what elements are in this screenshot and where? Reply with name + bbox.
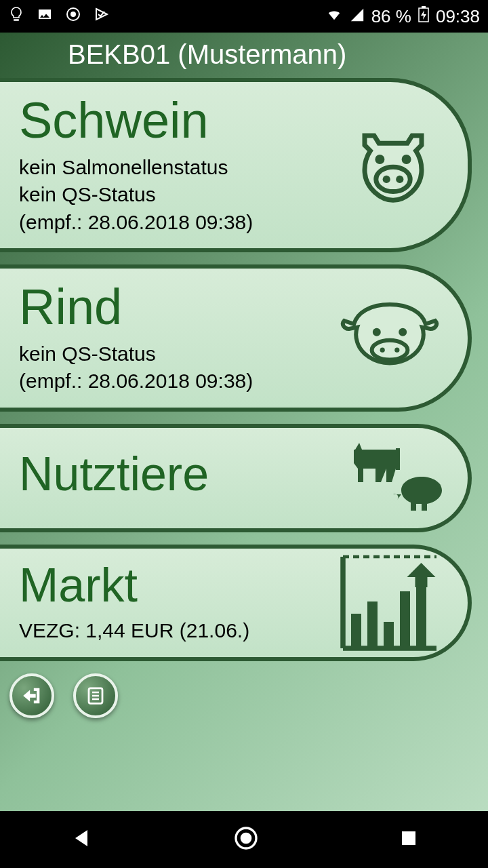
card-title: Nutztiere — [19, 450, 359, 500]
clock-text: 09:38 — [436, 6, 480, 27]
cow-icon — [339, 296, 441, 380]
svg-point-4 — [375, 155, 384, 164]
svg-rect-3 — [422, 6, 426, 8]
svg-point-10 — [399, 328, 407, 336]
svg-rect-19 — [367, 601, 378, 648]
app-main: BEKB01 (Mustermann) mais Schwein kein Sa… — [0, 33, 488, 811]
pig-icon — [346, 117, 441, 214]
svg-point-13 — [394, 347, 399, 352]
svg-point-15 — [435, 484, 441, 489]
status-bar: 86 % 09:38 — [0, 0, 488, 33]
svg-point-9 — [373, 328, 381, 336]
svg-point-1 — [70, 12, 76, 17]
card-line: (empf.: 28.06.2018 09:38) — [19, 368, 359, 395]
nav-back-icon[interactable] — [69, 826, 94, 853]
check-play-icon — [94, 6, 110, 27]
target-icon — [65, 6, 81, 27]
signal-icon — [350, 6, 365, 27]
card-rind[interactable]: Rind kein QS-Status (empf.: 28.06.2018 0… — [0, 264, 472, 412]
svg-point-5 — [402, 155, 411, 164]
card-line: (empf.: 28.06.2018 09:38) — [19, 209, 359, 237]
card-title: Schwein — [19, 94, 359, 147]
svg-rect-14 — [396, 448, 400, 470]
card-title: Markt — [19, 561, 359, 611]
svg-rect-20 — [384, 622, 394, 648]
card-line: kein QS-Status — [19, 340, 359, 368]
svg-rect-18 — [351, 614, 361, 648]
svg-rect-29 — [402, 831, 415, 845]
card-schwein[interactable]: Schwein kein Salmonellenstatus kein QS-S… — [0, 78, 472, 252]
page-title: BEKB01 (Mustermann) — [0, 33, 488, 74]
svg-point-8 — [396, 175, 403, 182]
svg-rect-21 — [400, 591, 410, 648]
card-markt[interactable]: Markt VEZG: 1,44 EUR (21.06.) — [0, 545, 472, 661]
livestock-icon — [340, 429, 449, 527]
card-line: kein QS-Status — [19, 181, 359, 209]
chart-up-icon — [339, 551, 441, 655]
battery-charging-icon — [418, 6, 429, 27]
android-navbar — [0, 811, 488, 868]
nav-recent-icon[interactable] — [399, 828, 419, 851]
card-title: Rind — [19, 281, 359, 334]
image-icon — [37, 6, 53, 27]
svg-point-7 — [383, 175, 390, 182]
card-line: kein Salmonellenstatus — [19, 154, 359, 182]
bulb-icon — [8, 6, 24, 27]
svg-rect-22 — [416, 579, 426, 648]
list-button[interactable] — [73, 673, 118, 718]
svg-point-28 — [241, 833, 252, 844]
battery-text: 86 % — [371, 6, 411, 27]
card-line: VEZG: 1,44 EUR (21.06.) — [19, 617, 359, 645]
wifi-icon — [325, 6, 343, 27]
svg-point-12 — [380, 347, 385, 352]
exit-button[interactable] — [9, 673, 54, 718]
nav-home-icon[interactable] — [232, 825, 260, 854]
card-nutztiere[interactable]: Nutztiere — [0, 424, 472, 532]
